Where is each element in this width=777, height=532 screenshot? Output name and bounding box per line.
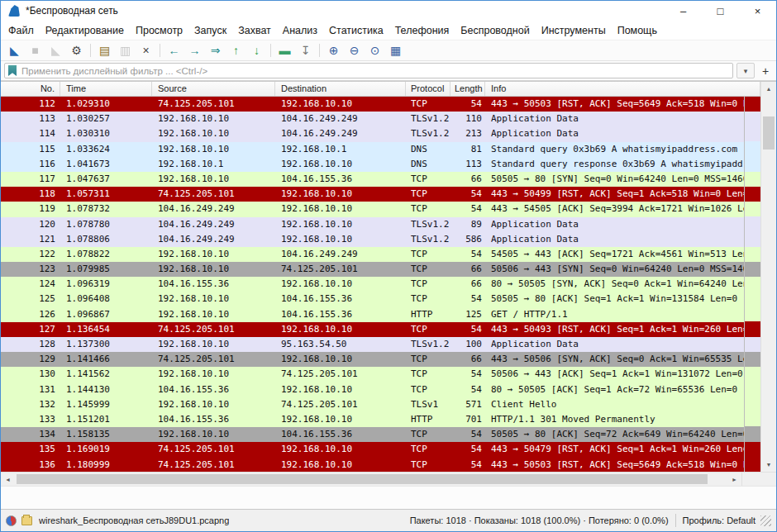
vertical-scrollbar[interactable]: ▲ ▼ xyxy=(760,82,776,472)
cell-len: 54 xyxy=(450,442,485,457)
capture-options-icon[interactable]: ⚙ xyxy=(66,41,87,59)
cell-src: 192.168.10.10 xyxy=(152,126,275,141)
packet-row-125[interactable]: 1251.096408192.168.10.10104.16.155.36TCP… xyxy=(1,292,744,306)
open-file-icon[interactable]: ▤ xyxy=(94,41,115,59)
menu-item-1[interactable]: Файл xyxy=(2,22,40,39)
menu-item-2[interactable]: Редактирование xyxy=(40,22,130,39)
column-header-info[interactable]: Info xyxy=(485,82,760,96)
scroll-down-icon[interactable]: ▼ xyxy=(761,458,776,472)
packet-row-112[interactable]: 1121.02931074.125.205.101192.168.10.10TC… xyxy=(1,97,744,112)
cell-proto: DNS xyxy=(406,157,450,172)
cell-dst: 104.16.249.249 xyxy=(275,112,406,126)
packet-row-120[interactable]: 1201.078780104.16.249.249192.168.10.10TL… xyxy=(1,217,744,232)
packet-row-118[interactable]: 1181.05731174.125.205.101192.168.10.10TC… xyxy=(1,187,744,202)
menu-item-10[interactable]: Инструменты xyxy=(536,22,612,39)
minimize-button[interactable]: – xyxy=(665,1,702,21)
profile-label[interactable]: Профиль: Default xyxy=(683,515,756,525)
resize-grip[interactable] xyxy=(760,515,771,526)
packet-row-116[interactable]: 1161.041673192.168.10.1192.168.10.10DNS1… xyxy=(1,157,744,172)
packet-row-133[interactable]: 1331.151201104.16.155.36192.168.10.10HTT… xyxy=(1,412,744,427)
packet-row-129[interactable]: 1291.14146674.125.205.101192.168.10.10TC… xyxy=(1,352,744,367)
packet-row-126[interactable]: 1261.096867192.168.10.10104.16.155.36HTT… xyxy=(1,307,744,322)
minimap-segment xyxy=(745,202,760,216)
packet-row-130[interactable]: 1301.141562192.168.10.1074.125.205.101TC… xyxy=(1,367,744,382)
goto-packet-icon[interactable]: ⇒ xyxy=(205,41,226,59)
close-file-icon[interactable]: × xyxy=(136,41,156,59)
horizontal-scroll-thumb[interactable] xyxy=(17,474,708,484)
menu-item-8[interactable]: Телефония xyxy=(389,22,455,39)
packet-row-128[interactable]: 1281.137300192.168.10.1095.163.54.50TLSv… xyxy=(1,337,744,352)
zoom-original-icon[interactable]: ⊙ xyxy=(365,41,385,59)
cell-time: 1.057311 xyxy=(60,187,152,202)
menu-item-6[interactable]: Анализ xyxy=(277,22,323,39)
autoscroll-icon[interactable]: ↧ xyxy=(295,41,316,59)
packet-row-134[interactable]: 1341.158135192.168.10.10104.16.155.36TCP… xyxy=(1,427,744,442)
scroll-left-icon[interactable]: ◄ xyxy=(1,473,15,487)
colorize-icon[interactable]: ▬ xyxy=(274,41,295,59)
column-header-no[interactable]: No. xyxy=(1,82,60,96)
packet-row-124[interactable]: 1241.096319104.16.155.36192.168.10.10TCP… xyxy=(1,277,744,292)
column-header-src[interactable]: Source xyxy=(152,82,275,96)
cell-len: 125 xyxy=(450,307,485,322)
display-filter-input[interactable]: Применить дисплейный фильтр ... <Ctrl-/> xyxy=(4,63,733,78)
column-header-time[interactable]: Time xyxy=(60,82,152,96)
cell-proto: TCP xyxy=(406,322,450,337)
start-capture-icon[interactable]: ◣ xyxy=(4,41,25,59)
packet-row-132[interactable]: 1321.145999192.168.10.1074.125.205.101TL… xyxy=(1,397,744,412)
menu-item-9[interactable]: Беспроводной xyxy=(455,22,535,39)
filter-bookmark-icon[interactable] xyxy=(8,65,17,76)
maximize-button[interactable]: □ xyxy=(702,1,739,21)
minimap-segment xyxy=(745,457,760,472)
intelligent-scrollbar[interactable] xyxy=(744,97,760,472)
column-header-proto[interactable]: Protocol xyxy=(406,82,450,96)
cell-info: Standard query response 0x3b69 A whatism… xyxy=(485,157,744,172)
menu-item-7[interactable]: Статистика xyxy=(323,22,389,39)
packet-row-127[interactable]: 1271.13645474.125.205.101192.168.10.10TC… xyxy=(1,322,744,337)
cell-time: 1.030310 xyxy=(60,126,152,141)
add-filter-button[interactable]: + xyxy=(758,63,773,78)
packet-row-135[interactable]: 1351.16901974.125.205.101192.168.10.10TC… xyxy=(1,442,744,457)
packet-row-122[interactable]: 1221.078822192.168.10.10104.16.249.249TC… xyxy=(1,247,744,262)
toolbar-separator xyxy=(90,44,91,57)
vertical-scroll-thumb[interactable] xyxy=(763,116,775,150)
scroll-right-icon[interactable]: ► xyxy=(727,473,741,487)
packet-row-115[interactable]: 1151.033624192.168.10.10192.168.10.1DNS8… xyxy=(1,142,744,157)
cell-proto: TCP xyxy=(406,187,450,202)
scroll-up-icon[interactable]: ▲ xyxy=(761,82,776,96)
resize-columns-icon[interactable]: ▦ xyxy=(385,41,406,59)
zoom-out-icon[interactable]: ⊖ xyxy=(344,41,365,59)
menu-item-11[interactable]: Помощь xyxy=(612,22,663,39)
cell-len: 66 xyxy=(450,262,485,277)
packet-row-131[interactable]: 1311.144130104.16.155.36192.168.10.10TCP… xyxy=(1,382,744,397)
menu-item-3[interactable]: Просмотр xyxy=(130,22,188,39)
first-packet-icon[interactable]: ↑ xyxy=(226,41,246,59)
packet-row-121[interactable]: 1211.078806104.16.249.249192.168.10.10TL… xyxy=(1,232,744,247)
cell-len: 54 xyxy=(450,367,485,382)
main-toolbar: ◣■◣⚙▤▥×←→⇒↑↓▬↧⊕⊖⊙▦ xyxy=(1,40,776,61)
cell-proto: HTTP xyxy=(406,307,450,322)
close-button[interactable]: × xyxy=(739,1,776,21)
minimap-segment xyxy=(745,292,760,306)
last-packet-icon[interactable]: ↓ xyxy=(246,41,267,59)
filter-history-dropdown[interactable]: ▾ xyxy=(736,63,755,78)
zoom-in-icon[interactable]: ⊕ xyxy=(323,41,344,59)
horizontal-scroll-track[interactable] xyxy=(15,473,727,486)
packet-row-114[interactable]: 1141.030310192.168.10.10104.16.249.249TL… xyxy=(1,126,744,141)
expert-info-icon[interactable] xyxy=(6,515,17,526)
column-header-len[interactable]: Length xyxy=(450,82,485,96)
cell-proto: TCP xyxy=(406,382,450,397)
horizontal-scrollbar[interactable]: ◄ ► xyxy=(1,472,776,486)
cell-info: 443 → 50479 [RST, ACK] Seq=1 Ack=1 Win=2… xyxy=(485,442,744,457)
back-icon[interactable]: ← xyxy=(164,41,184,59)
capture-comment-icon[interactable] xyxy=(21,516,32,525)
forward-icon[interactable]: → xyxy=(184,41,205,59)
packet-row-136[interactable]: 1361.18099974.125.205.101192.168.10.10TC… xyxy=(1,458,744,473)
menu-item-5[interactable]: Захват xyxy=(232,22,277,39)
menu-item-4[interactable]: Запуск xyxy=(188,22,232,39)
title-bar[interactable]: *Беспроводная сеть – □ × xyxy=(1,1,776,21)
packet-row-119[interactable]: 1191.078732104.16.249.249192.168.10.10TC… xyxy=(1,202,744,216)
column-header-dst[interactable]: Destination xyxy=(275,82,406,96)
packet-row-113[interactable]: 1131.030257192.168.10.10104.16.249.249TL… xyxy=(1,112,744,126)
packet-row-123[interactable]: 1231.079985192.168.10.1074.125.205.101TC… xyxy=(1,262,744,277)
packet-row-117[interactable]: 1171.047637192.168.10.10104.16.155.36TCP… xyxy=(1,172,744,187)
